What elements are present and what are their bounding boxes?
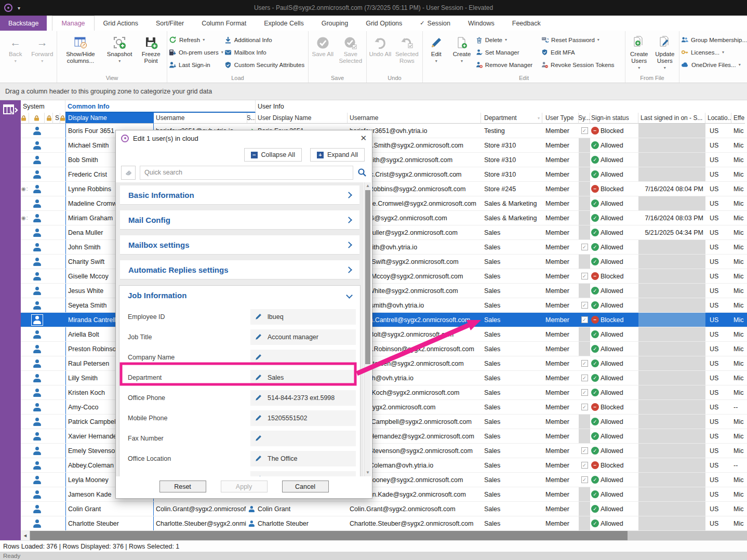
tab-column-format[interactable]: Column Format — [193, 16, 255, 31]
freeze-point-button[interactable]: Freeze Point — [137, 32, 165, 74]
column-header-lock-3[interactable] — [45, 113, 53, 124]
mailbox-info-button[interactable]: Mailbox Info — [224, 47, 306, 58]
set-manager-button[interactable]: Set Manager — [476, 47, 540, 58]
search-icon[interactable] — [357, 168, 367, 177]
tab-explode-cells[interactable]: Explode Cells — [255, 16, 312, 31]
snapshot-button[interactable]: Snapshot ▾ — [103, 32, 136, 74]
sync-checkbox[interactable]: ✓ — [581, 273, 588, 279]
field-value-box[interactable]: lbueq — [250, 309, 356, 325]
column-header-username2[interactable]: Username — [348, 113, 481, 124]
sync-checkbox[interactable]: ✓ — [581, 375, 588, 381]
column-header-s[interactable]: S — [53, 113, 60, 124]
reset-button[interactable]: Reset — [159, 481, 206, 492]
column-header-last-signed[interactable]: Last signed in on - S... — [638, 113, 705, 124]
job-information-header[interactable]: Job Information — [119, 286, 360, 304]
field-value-box[interactable]: 514-844-2373 ext.5998 — [250, 390, 356, 406]
tab-grid-actions[interactable]: Grid Actions — [95, 16, 147, 31]
tab-backstage[interactable]: Backstage — [0, 16, 47, 31]
tab-grouping[interactable]: Grouping — [313, 16, 357, 31]
quick-search-input[interactable] — [140, 166, 353, 180]
tab-windows[interactable]: Windows — [459, 16, 503, 31]
remove-manager-button[interactable]: Remove Manager — [476, 59, 540, 70]
dialog-scrollbar-thumb[interactable] — [365, 190, 370, 364]
collapse-all-button[interactable]: − Collapse All — [244, 148, 302, 162]
table-row[interactable]: Charlotte SteuberCharlotte.Steuber@sygx2… — [21, 516, 747, 531]
group-header-user-info[interactable]: User Info — [256, 100, 747, 113]
show-hide-columns-button[interactable]: Show/Hide columns... — [59, 32, 102, 74]
scroll-down-icon[interactable]: ▼ — [365, 469, 371, 476]
create-users-button[interactable]: Create Users ▾ — [627, 32, 651, 74]
scrollbar-thumb[interactable] — [30, 531, 628, 540]
field-value-box[interactable]: 15205551502 — [250, 410, 356, 426]
column-header-user-display-name[interactable]: User Display Name — [256, 113, 348, 124]
field-value-box[interactable] — [250, 471, 356, 477]
dialog-section-mail-config[interactable]: Mail Config — [120, 210, 359, 229]
refresh-button[interactable]: Refresh ▾ — [169, 34, 223, 45]
cancel-button[interactable]: Cancel — [282, 481, 329, 492]
update-users-button[interactable]: Update Users ▾ — [652, 32, 677, 74]
undo-all-button[interactable]: Undo All — [368, 32, 392, 74]
column-header-location[interactable]: Locatio... — [705, 113, 731, 124]
edit-button[interactable]: Edit ▾ — [424, 32, 448, 74]
sync-checkbox[interactable]: ✓ — [581, 389, 588, 396]
revoke-session-tokens-button[interactable]: Revoke Session Tokens — [541, 59, 623, 70]
tab-manage[interactable]: Manage — [52, 16, 94, 31]
back-button[interactable]: ← Back ▾ — [3, 32, 29, 74]
undo-selected-rows-button[interactable]: Selected Rows — [393, 32, 421, 74]
sync-checkbox[interactable]: ✓ — [581, 462, 588, 469]
column-header-sync[interactable]: Sy... — [579, 113, 590, 124]
clear-search-button[interactable] — [121, 166, 136, 180]
onprem-users-button[interactable]: On-prem users ▾ — [169, 47, 223, 58]
column-header-s-truncated[interactable]: S... — [247, 113, 256, 124]
field-value-box[interactable] — [250, 350, 356, 365]
column-header-lock-1[interactable] — [21, 113, 29, 124]
grouping-zone[interactable]: Drag a column header to this grouping zo… — [0, 83, 747, 100]
column-header-department[interactable]: Department▾ — [481, 113, 542, 124]
sync-checkbox[interactable]: ✓ — [581, 476, 588, 483]
column-header-username[interactable]: Username — [154, 113, 247, 124]
additional-info-button[interactable]: Additional Info — [224, 34, 306, 45]
sync-checkbox[interactable]: ✓ — [581, 244, 588, 250]
dialog-scrollbar[interactable]: ▲ ▼ — [364, 182, 371, 476]
tab-sort-filter[interactable]: Sort/Filter — [147, 16, 193, 31]
column-header-effective[interactable]: Effe — [731, 113, 745, 124]
licenses-button[interactable]: Licenses... ▾ — [681, 47, 747, 58]
delete-button[interactable]: Delete ▾ — [476, 34, 540, 45]
sync-checkbox[interactable]: ✓ — [581, 302, 588, 309]
column-header-lock-2[interactable] — [29, 113, 45, 124]
custom-security-attributes-button[interactable]: Custom Security Attributes — [224, 59, 306, 70]
tab-session[interactable]: ✓ Session — [411, 16, 459, 31]
group-header-common-info[interactable]: Common Info — [65, 100, 256, 113]
dialog-section-basic-information[interactable]: Basic Information — [120, 185, 359, 204]
expand-all-button[interactable]: + Expand All — [310, 148, 365, 162]
onedrive-files-button[interactable]: OneDrive Files... ▾ — [681, 59, 747, 70]
field-value-box[interactable] — [250, 431, 356, 446]
group-header-system[interactable]: System — [21, 100, 65, 113]
horizontal-scrollbar[interactable]: ◄ — [0, 531, 747, 540]
sync-checkbox[interactable]: ✓ — [581, 316, 588, 323]
tab-feedback[interactable]: Feedback — [503, 16, 550, 31]
field-value-box[interactable]: Account manager — [250, 329, 356, 345]
quick-access-caret-icon[interactable]: ▾ — [18, 5, 20, 11]
group-membership-button[interactable]: Group Membership... ▾ — [681, 34, 747, 45]
save-selected-button[interactable]: Save Selected — [337, 32, 365, 74]
scroll-left-button[interactable]: ◄ — [21, 531, 30, 540]
grouping-side-panel[interactable] — [0, 100, 21, 531]
dialog-section-automatic-replies-settings[interactable]: Automatic Replies settings — [120, 260, 359, 279]
table-row[interactable]: Colin GrantColin.Grant@sygx2.onmicrosofC… — [21, 502, 747, 516]
sync-checkbox[interactable]: ✓ — [581, 360, 588, 367]
tab-grid-options[interactable]: Grid Options — [357, 16, 411, 31]
save-all-button[interactable]: Save All — [310, 32, 336, 74]
edit-mfa-button[interactable]: Edit MFA — [541, 47, 623, 58]
reset-password-button[interactable]: Reset Password ▾ — [541, 34, 623, 45]
column-header-lock-4[interactable] — [60, 113, 65, 124]
sync-checkbox[interactable]: ✓ — [581, 404, 588, 410]
last-signin-button[interactable]: Last Sign-in — [169, 59, 223, 70]
column-header-user-type[interactable]: User Type — [542, 113, 579, 124]
column-header-display-name[interactable]: Display Name — [65, 113, 154, 124]
forward-button[interactable]: → Forward ▾ — [30, 32, 56, 74]
dialog-section-mailbox-settings[interactable]: Mailbox settings — [120, 235, 359, 254]
apply-button[interactable]: Apply — [221, 481, 268, 492]
scroll-up-icon[interactable]: ▲ — [365, 182, 371, 190]
sync-checkbox[interactable]: ✓ — [581, 447, 588, 454]
